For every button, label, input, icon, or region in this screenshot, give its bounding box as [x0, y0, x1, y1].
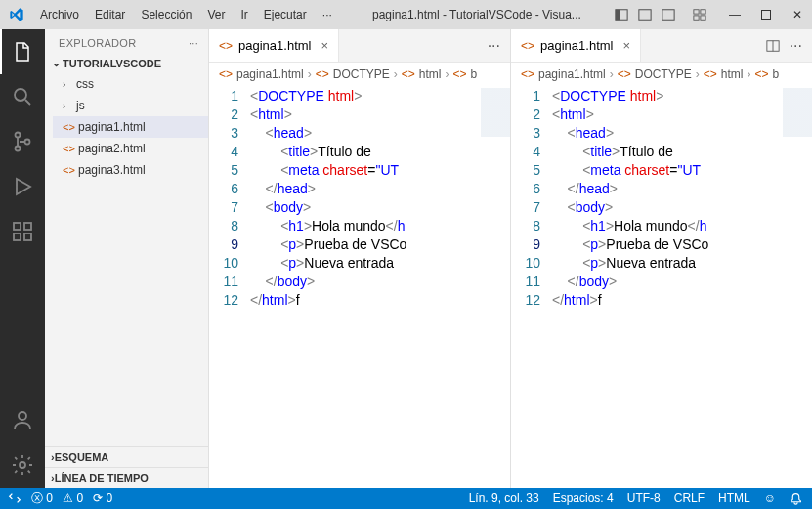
svg-rect-5 — [670, 10, 674, 21]
tree-file-pagina2[interactable]: <>pagina2.html — [53, 138, 208, 159]
tree-file-pagina3[interactable]: <>pagina3.html — [53, 159, 208, 181]
svg-rect-9 — [701, 16, 705, 20]
breadcrumb-item[interactable]: html — [419, 67, 442, 81]
breadcrumb-item[interactable]: html — [721, 67, 744, 81]
line-gutter: 123456789101112 — [511, 86, 552, 311]
close-tab-icon[interactable]: × — [321, 38, 328, 53]
tree-folder-css[interactable]: ›css — [53, 73, 208, 95]
svg-rect-3 — [639, 16, 651, 20]
breadcrumb-item[interactable]: DOCTYPE — [635, 67, 692, 81]
sidebar-section-label: LÍNEA DE TIEMPO — [55, 472, 149, 484]
status-ports[interactable]: ⟳ 0 — [93, 491, 112, 505]
tree-folder-js[interactable]: ›js — [53, 95, 208, 116]
editor-tab[interactable]: <> pagina1.html × — [511, 29, 641, 62]
editor-more-icon[interactable]: ··· — [790, 37, 802, 55]
close-button[interactable]: ✕ — [791, 8, 804, 21]
svg-rect-10 — [762, 11, 771, 20]
layout-left-icon[interactable] — [615, 8, 628, 21]
svg-point-20 — [20, 462, 25, 468]
layout-right-icon[interactable] — [662, 8, 675, 21]
menu-ver[interactable]: Ver — [200, 4, 232, 25]
svg-point-11 — [15, 89, 26, 101]
tag-icon: <> — [316, 67, 329, 81]
chevron-right-icon: › — [63, 79, 76, 90]
breadcrumb[interactable]: <> pagina1.html ›<>DOCTYPE ›<>html ›<>b — [511, 63, 812, 86]
status-encoding[interactable]: UTF-8 — [627, 491, 661, 505]
menu-ejecutar[interactable]: Ejecutar — [257, 4, 314, 25]
editor-tab[interactable]: <> pagina1.html × — [209, 29, 339, 62]
status-lang[interactable]: HTML — [718, 491, 750, 505]
svg-rect-6 — [694, 10, 699, 14]
menu-archivo[interactable]: Archivo — [33, 4, 86, 25]
code-editor[interactable]: 123456789101112<DOCTYPE html><html> <hea… — [511, 86, 812, 488]
editor-area: <> pagina1.html × ··· <> pagina1.html ›<… — [209, 29, 812, 488]
menu-ir[interactable]: Ir — [234, 4, 254, 25]
split-editor-icon[interactable] — [766, 39, 780, 53]
activity-extensions-icon[interactable] — [0, 209, 45, 254]
activity-search-icon[interactable] — [0, 74, 45, 119]
breadcrumb-item[interactable]: b — [470, 67, 477, 81]
html-file-icon: <> — [521, 67, 534, 81]
editor-more-icon[interactable]: ··· — [488, 37, 500, 55]
status-bell-icon[interactable] — [790, 492, 802, 505]
svg-point-13 — [16, 147, 21, 151]
svg-rect-17 — [24, 233, 31, 240]
html-file-icon: <> — [63, 143, 78, 154]
layout-bottom-icon[interactable] — [638, 8, 652, 21]
breadcrumb-item[interactable]: pagina1.html — [538, 67, 606, 81]
svg-point-12 — [16, 133, 21, 138]
menu-editar[interactable]: Editar — [88, 4, 132, 25]
breadcrumb-item[interactable]: DOCTYPE — [333, 67, 390, 81]
sidebar-timeline-header[interactable]: ›LÍNEA DE TIEMPO — [45, 467, 208, 488]
activity-explorer-icon[interactable] — [0, 29, 45, 74]
tab-label: pagina1.html — [540, 38, 613, 53]
file-tree: ›css ›js <>pagina1.html <>pagina2.html <… — [45, 73, 208, 181]
breadcrumb-item[interactable]: b — [772, 67, 779, 81]
menu-more[interactable]: ··· — [316, 4, 339, 25]
tag-icon: <> — [402, 67, 415, 81]
code-lines[interactable]: <DOCTYPE html><html> <head> <title>Títul… — [552, 86, 812, 311]
status-feedback-icon[interactable]: ☺ — [764, 491, 776, 505]
editor-group-left: <> pagina1.html × ··· <> pagina1.html ›<… — [209, 29, 511, 488]
sidebar-outline-header[interactable]: ›ESQUEMA — [45, 446, 208, 467]
maximize-button[interactable] — [759, 8, 773, 21]
minimap[interactable] — [481, 88, 510, 137]
close-tab-icon[interactable]: × — [622, 38, 630, 53]
svg-point-14 — [25, 140, 30, 145]
tag-icon: <> — [704, 67, 717, 81]
menu-seleccion[interactable]: Selección — [134, 4, 198, 25]
status-errors[interactable]: ⓧ 0 — [31, 490, 53, 507]
breadcrumb-item[interactable]: pagina1.html — [236, 67, 304, 81]
minimize-button[interactable]: ― — [728, 8, 742, 21]
status-spaces[interactable]: Espacios: 4 — [553, 491, 614, 505]
minimap[interactable] — [783, 88, 812, 137]
activity-source-control-icon[interactable] — [0, 119, 45, 164]
editor-group-right: <> pagina1.html × ··· <> pagina1.html ›<… — [511, 29, 812, 488]
sidebar-project-header[interactable]: ⌄ TUTORIALVSCODE — [45, 55, 208, 73]
layout-grid-icon[interactable] — [693, 8, 706, 21]
menu-bar: Archivo Editar Selección Ver Ir Ejecutar… — [33, 4, 339, 25]
activity-settings-icon[interactable] — [0, 443, 45, 488]
svg-rect-15 — [14, 223, 21, 230]
html-file-icon: <> — [63, 121, 78, 133]
sidebar-more-icon[interactable]: ··· — [189, 37, 198, 49]
activity-account-icon[interactable] — [0, 398, 45, 443]
svg-point-19 — [19, 412, 26, 420]
activity-bar — [0, 29, 45, 488]
code-lines[interactable]: <DOCTYPE html><html> <head> <title>Títul… — [250, 86, 510, 311]
activity-run-debug-icon[interactable] — [0, 164, 45, 209]
vscode-logo-icon — [0, 7, 33, 22]
html-file-icon: <> — [63, 164, 78, 176]
code-editor[interactable]: 123456789101112<DOCTYPE html><html> <hea… — [209, 86, 510, 488]
sidebar-explorer: EXPLORADOR ··· ⌄ TUTORIALVSCODE ›css ›js… — [45, 29, 209, 488]
status-warnings[interactable]: ⚠ 0 — [63, 491, 83, 505]
status-eol[interactable]: CRLF — [674, 491, 705, 505]
tree-file-pagina1[interactable]: <>pagina1.html — [53, 116, 208, 138]
status-ln-col[interactable]: Lín. 9, col. 33 — [469, 491, 539, 505]
html-file-icon: <> — [521, 39, 534, 53]
breadcrumb[interactable]: <> pagina1.html ›<>DOCTYPE ›<>html ›<>b — [209, 63, 510, 86]
status-remote-icon[interactable] — [8, 491, 21, 505]
sidebar-project-name: TUTORIALVSCODE — [63, 58, 161, 69]
svg-rect-18 — [24, 223, 31, 230]
svg-rect-1 — [616, 10, 620, 21]
